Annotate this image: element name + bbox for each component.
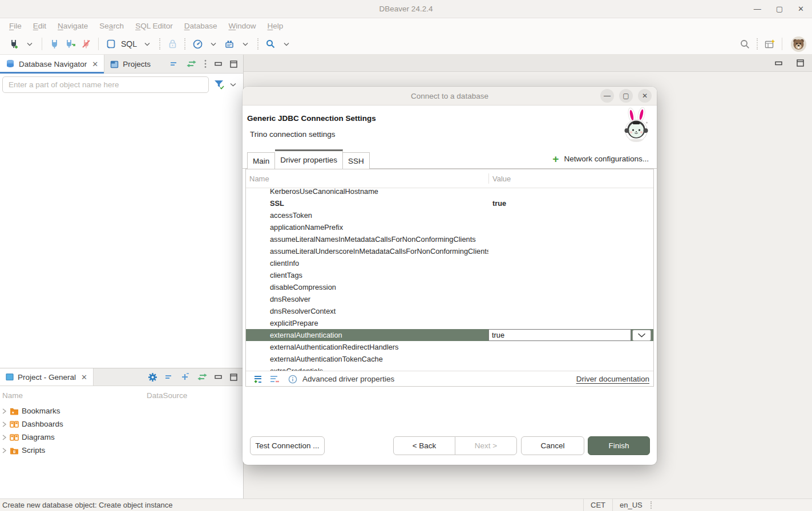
property-row[interactable]: assumeLiteralUnderscoreInMetadataCallsFo… (246, 245, 653, 257)
property-row[interactable]: clientInfo (246, 257, 653, 269)
menu-window[interactable]: Window (223, 20, 261, 32)
property-row[interactable]: assumeLiteralNamesInMetadataCallsForNonC… (246, 233, 653, 245)
filter-chevron-icon[interactable] (230, 83, 236, 87)
tab-database-navigator[interactable]: Database Navigator ✕ (0, 55, 104, 73)
network-configurations-button[interactable]: + Network configurations... (552, 155, 649, 163)
search-objects-chevron-icon[interactable] (280, 36, 293, 51)
view-menu-icon[interactable] (204, 59, 207, 68)
property-row[interactable]: externalAuthenticationRedirectHandlers (246, 341, 653, 353)
user-avatar[interactable] (791, 36, 806, 52)
open-perspective-icon[interactable] (763, 36, 776, 51)
expand-chevron-icon[interactable] (2, 408, 7, 415)
timezone-indicator[interactable]: CET (584, 501, 612, 509)
property-row[interactable]: explicitPrepare (246, 317, 653, 329)
expand-chevron-icon[interactable] (2, 447, 7, 454)
expand-all-icon[interactable] (181, 373, 189, 381)
reconnect-icon[interactable] (64, 36, 76, 51)
tree-item-scripts[interactable]: Scripts (0, 444, 243, 457)
test-connection-button[interactable]: Test Connection ... (250, 436, 325, 455)
quick-search-icon[interactable] (738, 36, 751, 51)
dashboard-chevron-icon[interactable] (207, 36, 220, 51)
driver-manager-icon[interactable] (223, 36, 236, 51)
property-row[interactable]: applicationNamePrefix (246, 221, 653, 233)
value-dropdown-button[interactable] (632, 330, 651, 341)
add-property-icon[interactable] (253, 375, 264, 384)
link-with-editor-icon[interactable] (197, 374, 207, 380)
tab-driver-properties[interactable]: Driver properties (275, 149, 343, 169)
dbeaver-rabbit-mascot-icon (621, 107, 651, 144)
property-row[interactable]: clientTags (246, 269, 653, 281)
menu-sql-editor[interactable]: SQL Editor (130, 20, 179, 32)
collapse-all-icon[interactable] (165, 374, 173, 380)
search-objects-icon[interactable] (264, 36, 277, 51)
property-value-input[interactable] (488, 329, 631, 341)
minimize-panel-icon[interactable] (215, 62, 223, 66)
cancel-button[interactable]: Cancel (521, 436, 584, 455)
property-name: externalAuthenticationRedirectHandlers (246, 343, 488, 351)
dialog-close-button[interactable]: ✕ (638, 89, 652, 103)
property-row[interactable]: extraCredentials (246, 365, 653, 371)
maximize-panel-icon[interactable] (230, 374, 237, 381)
settings-gear-icon[interactable] (148, 372, 157, 382)
finish-button[interactable]: Finish (588, 436, 650, 455)
menu-file[interactable]: File (3, 20, 27, 32)
property-row[interactable]: externalAuthentication (246, 329, 653, 341)
disconnect-icon[interactable] (80, 36, 92, 51)
maximize-editor-icon[interactable] (797, 59, 804, 67)
tab-close-icon[interactable]: ✕ (92, 60, 98, 68)
property-row[interactable]: disableCompression (246, 281, 653, 293)
expand-chevron-icon[interactable] (2, 421, 7, 428)
driver-documentation-link[interactable]: Driver documentation (576, 375, 649, 383)
filter-icon[interactable] (214, 80, 225, 90)
collapse-all-icon[interactable] (170, 60, 179, 67)
tree-item-label: Bookmarks (22, 407, 60, 415)
tab-ssh[interactable]: SSH (343, 152, 370, 169)
menu-edit[interactable]: Edit (27, 20, 52, 32)
locale-indicator[interactable]: en_US (613, 501, 649, 509)
next-button[interactable]: Next > (455, 436, 517, 455)
commit-lock-icon[interactable] (166, 36, 179, 51)
tab-main[interactable]: Main (247, 152, 275, 169)
sql-editor-icon[interactable] (104, 36, 117, 51)
remove-property-icon[interactable] (269, 375, 280, 384)
dialog-maximize-button[interactable]: ▢ (619, 89, 633, 103)
connect-icon[interactable] (48, 36, 60, 51)
tab-close-icon[interactable]: ✕ (81, 373, 87, 382)
property-row[interactable]: dnsResolver (246, 293, 653, 305)
driver-manager-chevron-icon[interactable] (239, 36, 252, 51)
minimize-panel-icon[interactable] (215, 375, 223, 379)
property-row[interactable]: SSLtrue (246, 197, 653, 209)
tree-item-bookmarks[interactable]: Bookmarks (0, 404, 243, 417)
dialog-minimize-button[interactable]: — (600, 89, 614, 103)
tree-item-dashboards[interactable]: Dashboards (0, 417, 243, 431)
property-row[interactable]: accessToken (246, 209, 653, 221)
maximize-panel-icon[interactable] (230, 60, 237, 68)
menu-database[interactable]: Database (179, 20, 223, 32)
sql-editor-chevron-icon[interactable] (141, 36, 153, 51)
new-connection-chevron-icon[interactable] (23, 36, 36, 51)
dashboard-icon[interactable] (191, 36, 204, 51)
tab-project-general[interactable]: Project - General ✕ (0, 368, 94, 386)
property-row[interactable]: externalAuthenticationTokenCache (246, 353, 653, 365)
menu-navigate[interactable]: Navigate (52, 20, 94, 32)
dialog-titlebar[interactable]: Connect to a database — ▢ ✕ (243, 87, 657, 106)
link-with-editor-icon[interactable] (186, 60, 196, 67)
statusbar-drag-handle[interactable] (651, 501, 652, 509)
menu-search[interactable]: Search (94, 20, 130, 32)
window-maximize-button[interactable]: ▢ (776, 5, 783, 13)
property-row[interactable]: dnsResolverContext (246, 305, 653, 317)
column-header-name[interactable]: Name (246, 175, 488, 183)
window-close-button[interactable]: ✕ (798, 5, 804, 13)
object-search-input[interactable] (2, 76, 209, 93)
new-connection-icon[interactable] (7, 36, 20, 51)
menu-help[interactable]: Help (262, 20, 289, 32)
property-row[interactable]: KerberosUseCanonicalHostname (246, 188, 653, 197)
window-minimize-button[interactable]: — (754, 5, 761, 13)
expand-chevron-icon[interactable] (2, 434, 7, 441)
minimize-editor-icon[interactable] (775, 61, 783, 66)
back-button[interactable]: < Back (393, 436, 455, 455)
tree-item-label: Diagrams (22, 433, 55, 441)
tree-item-diagrams[interactable]: Diagrams (0, 431, 243, 444)
tab-projects[interactable]: Projects (104, 55, 156, 73)
column-header-value[interactable]: Value (488, 175, 511, 183)
